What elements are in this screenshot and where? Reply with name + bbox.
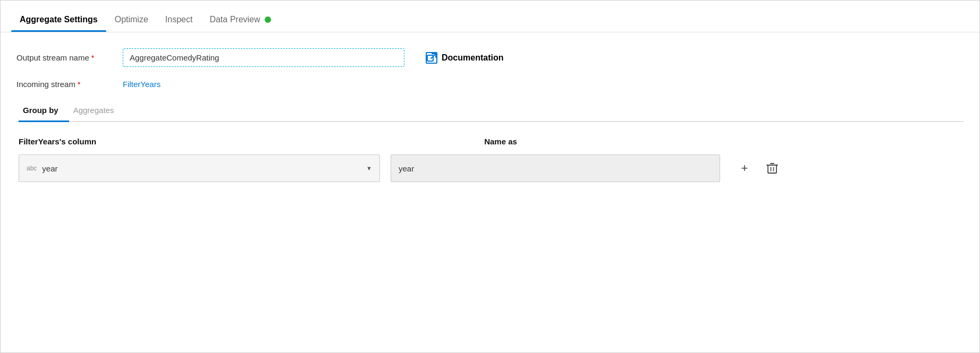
documentation-label: Documentation — [442, 53, 503, 63]
sub-tab-group-by[interactable]: Group by — [19, 101, 69, 121]
documentation-link[interactable]: Documentation — [426, 52, 503, 64]
tab-optimize[interactable]: Optimize — [106, 15, 157, 32]
external-link-icon — [426, 52, 437, 64]
incoming-stream-required: * — [78, 80, 80, 89]
column-dropdown-value: year — [42, 164, 366, 173]
main-container: Aggregate Settings Optimize Inspect Data… — [0, 0, 980, 353]
tab-data-preview[interactable]: Data Preview — [201, 15, 279, 32]
abc-type-label: abc — [27, 165, 37, 172]
output-stream-required: * — [91, 54, 94, 62]
main-content: Output stream name * Documentation Incom… — [1, 32, 979, 193]
output-stream-label: Output stream name * — [16, 53, 123, 62]
dropdown-arrow-icon: ▼ — [366, 165, 372, 171]
tab-aggregate-settings[interactable]: Aggregate Settings — [11, 15, 106, 32]
data-preview-dot-icon — [265, 16, 271, 23]
incoming-stream-label: Incoming stream * — [16, 80, 123, 89]
output-stream-input[interactable] — [123, 48, 404, 67]
tab-data-preview-label: Data Preview — [209, 15, 260, 24]
group-by-row: abc year ▼ + — [19, 154, 961, 182]
svg-rect-2 — [768, 165, 776, 173]
row-actions: + — [735, 159, 782, 178]
output-stream-row: Output stream name * Documentation — [16, 48, 964, 67]
incoming-stream-link[interactable]: FilterYears — [123, 80, 160, 89]
sub-tab-bar: Group by Aggregates — [16, 101, 964, 122]
columns-header: FilterYears's column Name as — [19, 137, 961, 146]
top-tab-bar: Aggregate Settings Optimize Inspect Data… — [1, 1, 979, 32]
group-by-content: FilterYears's column Name as abc year ▼ … — [16, 137, 964, 182]
add-row-button[interactable]: + — [735, 159, 754, 178]
filter-years-column-header: FilterYears's column — [19, 137, 96, 146]
tab-inspect[interactable]: Inspect — [157, 15, 201, 32]
delete-row-button[interactable] — [763, 159, 782, 178]
svg-rect-0 — [427, 55, 433, 61]
name-as-input[interactable] — [391, 154, 720, 182]
name-as-header: Name as — [484, 137, 517, 146]
incoming-stream-row: Incoming stream * FilterYears — [16, 80, 964, 89]
column-dropdown[interactable]: abc year ▼ — [19, 154, 380, 182]
sub-tab-aggregates[interactable]: Aggregates — [69, 101, 125, 121]
